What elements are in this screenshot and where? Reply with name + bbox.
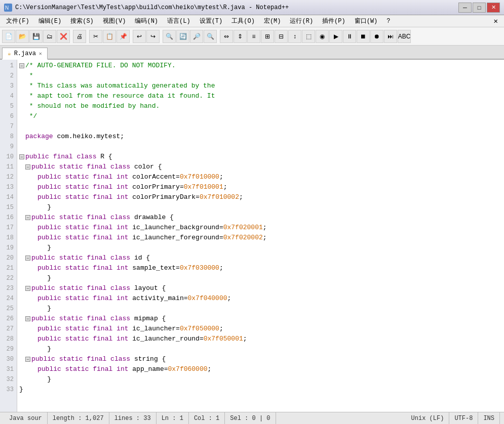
code-line-13: public static final int colorPrimary=0x7…	[19, 182, 504, 192]
tb-find[interactable]: 🔍	[163, 30, 176, 43]
line-num-18: 18	[3, 233, 14, 243]
tb-undo[interactable]: ↩	[133, 30, 146, 43]
menu-search[interactable]: 搜索(S)	[66, 16, 98, 26]
menu-view[interactable]: 视图(V)	[99, 16, 130, 26]
menu-tools[interactable]: 工具(O)	[227, 16, 259, 26]
tb-btn10[interactable]: ⏺	[370, 30, 383, 43]
code-line-16: −public static final class drawable {	[19, 213, 504, 223]
code-line-14: public static final int colorPrimaryDark…	[19, 192, 504, 202]
tb-saveall[interactable]: 🗂	[43, 30, 56, 43]
svg-text:N: N	[5, 5, 9, 11]
line-num-9: 9	[3, 142, 14, 152]
code-line-4: * aapt tool from the resource data it fo…	[19, 91, 504, 101]
menu-plugins[interactable]: 插件(P)	[318, 16, 350, 26]
tb-sync-v[interactable]: ⇕	[234, 30, 247, 43]
code-line-3: * This class was automatically generated…	[19, 81, 504, 91]
code-line-18: public static final int ic_launcher_fore…	[19, 233, 504, 243]
status-sel: Sel : 0 | 0	[225, 412, 276, 424]
tb-close[interactable]: ❌	[57, 30, 70, 43]
fold-20[interactable]: −	[25, 256, 30, 261]
code-area[interactable]: −/* AUTO-GENERATED FILE. DO NOT MODIFY. …	[17, 60, 504, 412]
close-button[interactable]: ✕	[487, 3, 500, 13]
tab-close-button[interactable]: ✕	[39, 51, 42, 57]
status-length: length : 1,027	[48, 412, 109, 424]
tb-btn9[interactable]: ⏹	[357, 30, 370, 43]
tb-btn12[interactable]: ABC	[398, 30, 411, 43]
fold-30[interactable]: −	[25, 357, 30, 362]
code-line-27: public static final int ic_launcher=0x7f…	[19, 324, 504, 334]
menu-macro[interactable]: 宏(M)	[260, 16, 285, 26]
line-num-11: 11	[3, 162, 14, 172]
tb-btn3[interactable]: ⊟	[275, 30, 288, 43]
tb-zoom-out[interactable]: 🔍	[204, 30, 217, 43]
menu-settings[interactable]: 设置(T)	[196, 16, 227, 26]
code-line-5: * should not be modified by hand.	[19, 101, 504, 111]
title-text: C:\VersionManager\Test\MyTest\app\build\…	[15, 4, 458, 11]
fold-1[interactable]: −	[19, 63, 24, 68]
code-line-11: −public static final class color {	[19, 162, 504, 172]
tb-paste[interactable]: 📌	[117, 30, 130, 43]
line-num-24: 24	[3, 293, 14, 304]
menu-edit[interactable]: 编辑(E)	[34, 16, 66, 26]
menu-window[interactable]: 窗口(W)	[351, 16, 382, 26]
line-num-6: 6	[3, 111, 14, 121]
status-col: Col : 1	[189, 412, 225, 424]
fold-26[interactable]: −	[25, 316, 30, 321]
tb-btn11[interactable]: ⏭	[384, 30, 397, 43]
line-num-30: 30	[3, 354, 14, 364]
line-num-2: 2	[3, 71, 14, 81]
tb-print[interactable]: 🖨	[73, 30, 86, 43]
code-line-30: −public static final class string {	[19, 354, 504, 364]
line-num-16: 16	[3, 213, 14, 223]
menubar-close[interactable]: ✕	[490, 17, 502, 25]
code-line-10: −public final class R {	[19, 152, 504, 162]
fold-23[interactable]: −	[25, 286, 30, 291]
tb-new[interactable]: 📄	[2, 30, 15, 43]
tab-label: R.java	[14, 50, 36, 57]
line-num-3: 3	[3, 81, 14, 91]
tab-icon: ☕	[8, 50, 11, 57]
code-line-28: public static final int ic_launcher_roun…	[19, 334, 504, 344]
tb-sync-h[interactable]: ⇔	[220, 30, 233, 43]
tb-copy[interactable]: 📋	[103, 30, 116, 43]
status-lines: lines : 33	[109, 412, 157, 424]
code-line-32: }	[19, 374, 504, 385]
tb-redo[interactable]: ↪	[146, 30, 160, 43]
code-line-23: −public static final class layout {	[19, 283, 504, 293]
code-line-33: }	[19, 385, 504, 395]
tb-btn6[interactable]: ◉	[316, 30, 329, 43]
tb-save[interactable]: 💾	[29, 30, 43, 43]
tb-cut[interactable]: ✂	[89, 30, 102, 43]
line-num-20: 20	[3, 253, 14, 263]
tb-btn4[interactable]: ↕	[288, 30, 301, 43]
tb-btn5[interactable]: ⬚	[302, 30, 315, 43]
code-line-31: public static final int app_name=0x7f060…	[19, 364, 504, 374]
tb-replace[interactable]: 🔄	[176, 30, 189, 43]
code-line-29: }	[19, 344, 504, 354]
line-num-8: 8	[3, 132, 14, 142]
line-num-25: 25	[3, 304, 14, 314]
menu-run[interactable]: 运行(R)	[286, 16, 317, 26]
tb-zoom-in[interactable]: 🔎	[190, 30, 203, 43]
menu-file[interactable]: 文件(F)	[2, 16, 33, 26]
tab-r-java[interactable]: ☕ R.java ✕	[2, 48, 48, 60]
tb-btn7[interactable]: ▶	[329, 30, 342, 43]
line-num-29: 29	[3, 344, 14, 354]
status-ins: INS	[478, 412, 500, 424]
line-num-4: 4	[3, 91, 14, 101]
menu-language[interactable]: 语言(L)	[163, 16, 195, 26]
tb-btn8[interactable]: ⏸	[343, 30, 356, 43]
tb-open[interactable]: 📂	[16, 30, 29, 43]
tb-btn1[interactable]: ≡	[247, 30, 260, 43]
code-line-2: *	[19, 71, 504, 81]
minimize-button[interactable]: ─	[458, 3, 472, 13]
fold-11[interactable]: −	[25, 164, 30, 169]
menu-help[interactable]: ?	[382, 17, 394, 26]
line-num-17: 17	[3, 223, 14, 233]
maximize-button[interactable]: □	[473, 3, 486, 13]
fold-16[interactable]: −	[25, 215, 30, 220]
code-line-24: public static final int activity_main=0x…	[19, 293, 504, 304]
tb-btn2[interactable]: ⊞	[261, 30, 274, 43]
fold-10[interactable]: −	[19, 154, 24, 159]
menu-encoding[interactable]: 编码(N)	[131, 16, 162, 26]
